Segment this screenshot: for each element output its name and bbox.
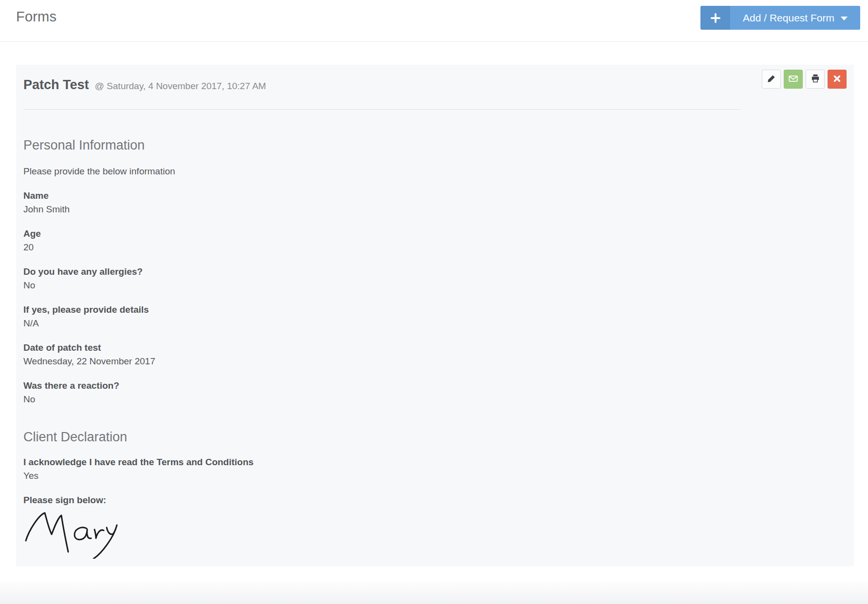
field-label: If yes, please provide details — [23, 303, 847, 317]
form-card-header: Patch Test @ Saturday, 4 November 2017, … — [23, 65, 847, 93]
field-label: Name — [23, 189, 847, 203]
form-field-allergies: Do you have any allergies? No — [23, 265, 847, 292]
field-value: No — [23, 393, 847, 406]
page-footer-fade — [0, 579, 868, 604]
envelope-icon — [789, 75, 798, 84]
header-divider — [23, 109, 740, 110]
print-button[interactable] — [806, 70, 825, 89]
field-label: Was there a reaction? — [23, 379, 847, 393]
form-title-group: Patch Test @ Saturday, 4 November 2017, … — [23, 77, 266, 93]
plus-icon — [700, 6, 730, 30]
form-card: Patch Test @ Saturday, 4 November 2017, … — [16, 65, 854, 566]
form-field-terms-acknowledgement: I acknowledge I have read the Terms and … — [23, 455, 847, 483]
section-description: Please provide the below information — [23, 165, 847, 178]
email-button[interactable] — [784, 70, 803, 89]
form-field-signature: Please sign below: — [23, 493, 847, 561]
edit-button[interactable] — [762, 70, 781, 89]
field-label: I acknowledge I have read the Terms and … — [23, 455, 847, 469]
pencil-icon — [767, 75, 775, 84]
field-label: Date of patch test — [23, 341, 847, 355]
field-label: Do you have any allergies? — [23, 265, 847, 279]
add-request-form-label: Add / Request Form — [743, 12, 834, 24]
field-value: Wednesday, 22 November 2017 — [23, 355, 847, 368]
form-field-name: Name John Smith — [23, 189, 847, 216]
field-value: 20 — [23, 241, 847, 254]
field-value: No — [23, 279, 847, 292]
close-icon — [833, 75, 841, 84]
section-heading-personal-information: Personal Information — [23, 138, 847, 153]
form-actions — [762, 70, 847, 89]
field-label: Please sign below: — [23, 493, 847, 507]
signature-image — [23, 510, 847, 561]
field-value: John Smith — [23, 203, 847, 216]
caret-down-icon — [841, 17, 848, 20]
printer-icon — [811, 74, 820, 84]
field-value: N/A — [23, 317, 847, 330]
field-value: Yes — [23, 469, 847, 483]
form-field-allergy-details: If yes, please provide details N/A — [23, 303, 847, 330]
delete-button[interactable] — [828, 70, 847, 89]
form-field-reaction: Was there a reaction? No — [23, 379, 847, 406]
form-timestamp: @ Saturday, 4 November 2017, 10:27 AM — [95, 81, 266, 92]
page-title: Forms — [16, 9, 57, 25]
field-label: Age — [23, 227, 847, 241]
form-field-age: Age 20 — [23, 227, 847, 254]
form-field-patch-test-date: Date of patch test Wednesday, 22 Novembe… — [23, 341, 847, 368]
form-title: Patch Test — [23, 77, 89, 93]
add-request-form-button[interactable]: Add / Request Form — [700, 6, 860, 30]
section-heading-client-declaration: Client Declaration — [23, 430, 847, 445]
page-header: Forms Add / Request Form — [0, 0, 868, 42]
